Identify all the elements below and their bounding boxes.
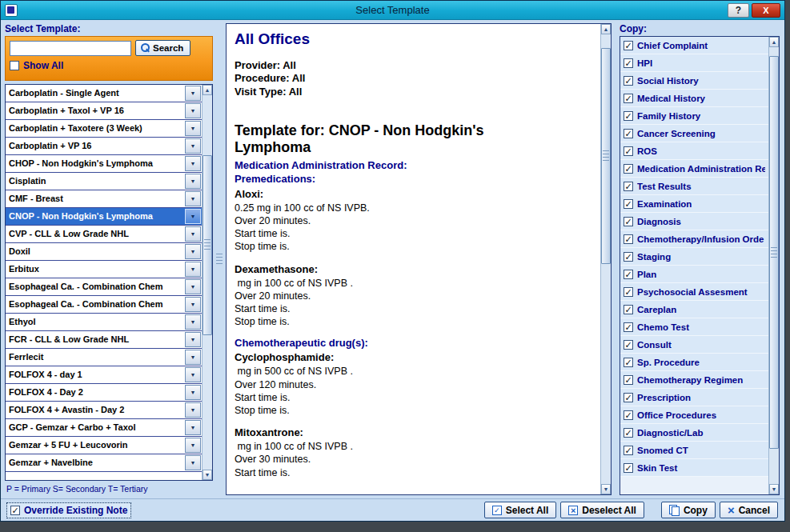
copy-item-checkbox[interactable] xyxy=(624,446,633,455)
template-list-item[interactable]: Carboplatin + Taxotere (3 Week) ▼ xyxy=(6,120,202,138)
copy-item[interactable]: Diagnosis xyxy=(620,213,768,230)
panel-splitter[interactable] xyxy=(213,23,226,495)
copy-item-checkbox[interactable] xyxy=(624,217,633,226)
template-dropdown-button[interactable]: ▼ xyxy=(185,279,201,294)
copy-item[interactable]: Office Procedures xyxy=(620,406,768,424)
copy-item[interactable]: Sp. Procedure xyxy=(620,354,768,371)
copy-item[interactable]: Skin Test xyxy=(620,459,768,477)
template-dropdown-button[interactable]: ▼ xyxy=(185,209,201,224)
copy-item[interactable]: Psychosocial Assesment xyxy=(620,283,768,301)
copy-item-checkbox[interactable] xyxy=(624,270,633,279)
template-search-input[interactable] xyxy=(10,41,131,56)
copy-item[interactable]: Chemotherapy Regimen xyxy=(620,371,768,389)
template-dropdown-button[interactable]: ▼ xyxy=(185,455,201,470)
template-list-item[interactable]: CHOP - Non Hodgkin's Lymphoma ▼ xyxy=(6,155,202,173)
template-list-item[interactable]: Carboplatin - Single Agent ▼ xyxy=(6,85,202,102)
template-dropdown-button[interactable]: ▼ xyxy=(185,138,201,154)
show-all-row[interactable]: Show All xyxy=(10,60,208,71)
help-button[interactable]: ? xyxy=(728,3,749,18)
copy-item-checkbox[interactable] xyxy=(624,76,633,86)
template-dropdown-button[interactable]: ▼ xyxy=(185,226,201,242)
template-list-item[interactable]: CMF - Breast ▼ xyxy=(6,190,202,208)
template-dropdown-button[interactable]: ▼ xyxy=(185,86,201,101)
template-list-item[interactable]: Doxil ▼ xyxy=(6,243,202,261)
copy-item[interactable]: Social History xyxy=(620,72,768,90)
template-list-item[interactable]: FOLFOX 4 + Avastin - Day 2 ▼ xyxy=(6,402,202,419)
copy-item-checkbox[interactable] xyxy=(624,94,633,103)
copy-item[interactable]: HPI xyxy=(620,54,768,72)
copy-item[interactable]: Medical History xyxy=(620,90,768,107)
scrollbar-thumb[interactable] xyxy=(769,56,779,449)
template-list-item[interactable]: Ferrlecit ▼ xyxy=(6,349,202,366)
copy-item-checkbox[interactable] xyxy=(624,410,633,420)
template-list-item[interactable]: CNOP - Non Hodgkin's Lymphoma ▼ xyxy=(6,208,202,226)
scrollbar-track[interactable] xyxy=(203,95,212,470)
search-button[interactable]: Search xyxy=(135,40,190,56)
template-list-item[interactable]: FOLFOX 4 - Day 2 ▼ xyxy=(6,384,202,402)
copy-item[interactable]: Medication Administration Re xyxy=(620,160,768,178)
scroll-down-button[interactable]: ▼ xyxy=(769,484,779,494)
copy-item-checkbox[interactable] xyxy=(624,146,633,156)
select-all-button[interactable]: Select All xyxy=(484,502,557,518)
copy-item-checkbox[interactable] xyxy=(624,340,633,350)
copy-item-checkbox[interactable] xyxy=(624,182,633,191)
copy-item[interactable]: Staging xyxy=(620,248,768,266)
scroll-up-button[interactable]: ▲ xyxy=(769,37,779,47)
template-dropdown-button[interactable]: ▼ xyxy=(185,367,201,382)
scroll-up-button[interactable]: ▲ xyxy=(203,85,212,95)
scrollbar-thumb[interactable] xyxy=(601,48,611,264)
copy-item-checkbox[interactable] xyxy=(624,287,633,297)
template-dropdown-button[interactable]: ▼ xyxy=(185,297,201,312)
copy-item-checkbox[interactable] xyxy=(624,463,633,473)
template-list-item[interactable]: Erbitux ▼ xyxy=(6,261,202,278)
template-dropdown-button[interactable]: ▼ xyxy=(185,402,201,418)
deselect-all-button[interactable]: Deselect All xyxy=(560,502,644,518)
template-dropdown-button[interactable]: ▼ xyxy=(185,332,201,347)
copy-item[interactable]: Snomed CT xyxy=(620,442,768,459)
copy-item-checkbox[interactable] xyxy=(624,305,633,314)
template-list-item[interactable]: CVP - CLL & Low Grade NHL ▼ xyxy=(6,226,202,243)
copy-button[interactable]: Copy xyxy=(661,502,716,518)
copy-item-checkbox[interactable] xyxy=(624,322,633,332)
copy-item[interactable]: Chemo Test xyxy=(620,318,768,336)
template-list-item[interactable]: Esophageal Ca. - Combination Chem ▼ xyxy=(6,278,202,296)
copy-item-checkbox[interactable] xyxy=(624,129,633,138)
template-list-item[interactable]: Gemzar + Navelbine ▼ xyxy=(6,454,202,472)
template-list-item[interactable]: FOLFOX 4 - day 1 ▼ xyxy=(6,366,202,384)
scroll-down-button[interactable]: ▼ xyxy=(203,470,212,480)
template-dropdown-button[interactable]: ▼ xyxy=(185,121,201,136)
copy-item-checkbox[interactable] xyxy=(624,58,633,68)
template-dropdown-button[interactable]: ▼ xyxy=(185,350,201,365)
template-list-item[interactable]: Ethyol ▼ xyxy=(6,314,202,331)
template-dropdown-button[interactable]: ▼ xyxy=(185,191,201,206)
show-all-checkbox[interactable] xyxy=(10,61,19,70)
template-dropdown-button[interactable]: ▼ xyxy=(185,262,201,277)
copy-item[interactable]: Family History xyxy=(620,107,768,125)
template-dropdown-button[interactable]: ▼ xyxy=(185,314,201,330)
scrollbar-track[interactable] xyxy=(601,34,611,484)
template-list-item[interactable]: Gemzar + 5 FU + Leucovorin ▼ xyxy=(6,437,202,454)
copy-item[interactable]: Chief Complaint xyxy=(620,37,768,54)
override-checkbox[interactable] xyxy=(10,506,20,515)
copy-item-checkbox[interactable] xyxy=(624,393,633,402)
copy-item[interactable]: Cancer Screening xyxy=(620,125,768,142)
copy-item[interactable]: ROS xyxy=(620,142,768,160)
template-dropdown-button[interactable]: ▼ xyxy=(185,438,201,453)
template-list-item[interactable]: Carboplatin + VP 16 ▼ xyxy=(6,138,202,155)
scroll-up-button[interactable]: ▲ xyxy=(601,24,611,34)
scrollbar-thumb[interactable] xyxy=(203,155,212,335)
copy-list-scrollbar[interactable]: ▲ ▼ xyxy=(768,37,779,494)
copy-item[interactable]: Chemotherapy/Infusion Orde xyxy=(620,230,768,248)
template-dropdown-button[interactable]: ▼ xyxy=(185,103,201,118)
copy-item-checkbox[interactable] xyxy=(624,111,633,121)
copy-item[interactable]: Test Results xyxy=(620,178,768,195)
template-dropdown-button[interactable]: ▼ xyxy=(185,385,201,400)
template-list-item[interactable]: Carboplatin + Taxol + VP 16 ▼ xyxy=(6,102,202,120)
template-list-item[interactable]: FCR - CLL & Low Grade NHL ▼ xyxy=(6,331,202,349)
scroll-down-button[interactable]: ▼ xyxy=(601,484,611,494)
template-list-item[interactable]: Esophageal Ca. - Combination Chem ▼ xyxy=(6,296,202,314)
template-dropdown-button[interactable]: ▼ xyxy=(185,174,201,189)
copy-item-checkbox[interactable] xyxy=(624,428,633,438)
copy-item[interactable]: Examination xyxy=(620,195,768,213)
cancel-button[interactable]: Cancel xyxy=(720,502,778,518)
